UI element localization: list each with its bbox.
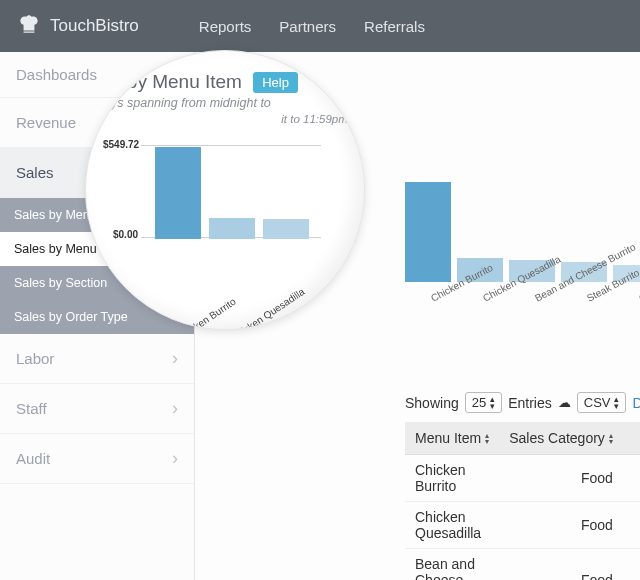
y-axis-top-label: $549.72 xyxy=(103,139,139,150)
updown-icon: ▴▾ xyxy=(490,396,495,410)
bar xyxy=(405,182,451,282)
y-axis-bottom-label: $0.00 xyxy=(113,229,138,240)
sort-icon: ▴▾ xyxy=(609,433,613,445)
help-button[interactable]: Help xyxy=(253,72,298,93)
sidebar-labor[interactable]: Labor› xyxy=(0,334,194,384)
nav-referrals[interactable]: Referrals xyxy=(364,18,425,35)
brand-name: TouchBistro xyxy=(50,16,139,36)
col-sales-category[interactable]: Sales Category▴▾ xyxy=(499,422,640,455)
sales-bar-chart: Chicken BurritoChicken QuesadillaBean an… xyxy=(405,182,640,322)
showing-row: Showing 25 ▴▾ Entries ☁ CSV ▴▾ Download xyxy=(405,392,640,413)
export-format-select[interactable]: CSV ▴▾ xyxy=(577,392,627,413)
cell-sales-category: Food xyxy=(499,502,640,549)
chevron-right-icon: › xyxy=(172,448,178,469)
sort-icon: ▴▾ xyxy=(485,433,489,445)
table-row[interactable]: Bean and Cheese BurritoFood xyxy=(405,549,640,581)
topbar: TouchBistro Reports Partners Referrals xyxy=(0,0,640,52)
chevron-right-icon: › xyxy=(172,398,178,419)
page-size-select[interactable]: 25 ▴▾ xyxy=(465,392,502,413)
cell-sales-category: Food xyxy=(499,455,640,502)
showing-label: Showing xyxy=(405,395,459,411)
cell-sales-category: Food xyxy=(499,549,640,581)
cloud-download-icon: ☁ xyxy=(558,395,571,410)
nav-reports[interactable]: Reports xyxy=(199,18,252,35)
chef-hat-icon xyxy=(16,11,42,42)
entries-label: Entries xyxy=(508,395,552,411)
top-nav: Reports Partners Referrals xyxy=(199,18,425,35)
chevron-right-icon: › xyxy=(172,348,178,369)
nav-partners[interactable]: Partners xyxy=(279,18,336,35)
cell-menu-item: Chicken Quesadilla xyxy=(405,502,499,549)
cell-menu-item: Chicken Burrito xyxy=(405,455,499,502)
col-menu-item[interactable]: Menu Item▴▾ xyxy=(405,422,499,455)
bar xyxy=(263,219,309,239)
download-link[interactable]: Download xyxy=(632,395,640,411)
bar xyxy=(155,147,201,239)
sales-table: Menu Item▴▾ Sales Category▴▾ Menu C Chic… xyxy=(405,422,640,580)
table-row[interactable]: Chicken QuesadillaFoodC xyxy=(405,502,640,549)
magnifier-lens: e by Menu Item Help ys spanning from mid… xyxy=(85,50,365,330)
sidebar-audit[interactable]: Audit› xyxy=(0,434,194,484)
brand: TouchBistro xyxy=(16,11,139,42)
table-row[interactable]: Chicken BurritoFood xyxy=(405,455,640,502)
page-subtitle-fragment: ys spanning from midnight to xyxy=(111,96,351,110)
sidebar-staff[interactable]: Staff› xyxy=(0,384,194,434)
cell-menu-item: Bean and Cheese Burrito xyxy=(405,549,499,581)
bar xyxy=(209,218,255,240)
magnified-bar-chart: $549.72 $0.00 Chicken BurritoChicken Que… xyxy=(111,139,351,279)
updown-icon: ▴▾ xyxy=(614,396,619,410)
page-subtitle2-fragment: it to 11:59pm. xyxy=(111,113,351,125)
